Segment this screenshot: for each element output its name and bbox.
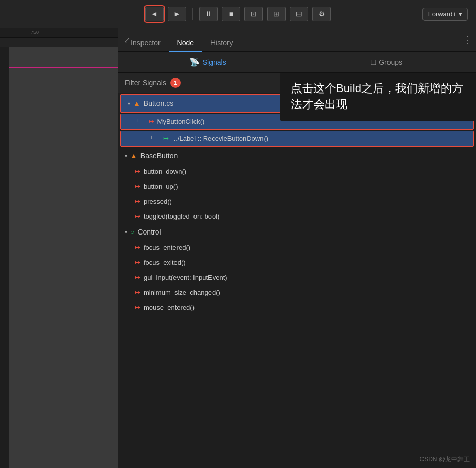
pause-button[interactable]: ⏸ — [199, 7, 218, 21]
tab-menu-icon[interactable]: ⋮ — [463, 34, 472, 45]
tab-node[interactable]: Node — [169, 34, 202, 52]
forward-plus-dropdown-icon: ▾ — [459, 10, 462, 18]
minimum-size-label: minimum_size_changed() — [144, 289, 220, 296]
icon7-button[interactable]: ⚙ — [312, 7, 331, 21]
back-icon: ◄ — [151, 10, 158, 18]
signal-row-mouse-entered[interactable]: ↦ mouse_entered() — [118, 300, 476, 315]
mouse-entered-arrow: ↦ — [135, 303, 140, 311]
icon4-icon: ⊡ — [251, 10, 257, 18]
gui-input-arrow: ↦ — [135, 274, 140, 281]
filter-bar: Filter Signals 1 🔍 点击这个Build之后，我们新增的方法才会… — [118, 73, 476, 93]
button-down-label: button_down() — [144, 168, 186, 175]
control-icon: ○ — [130, 228, 134, 236]
right-panel: ⤢ Inspector Node History ⋮ 📡 Signals □ G… — [118, 28, 476, 468]
canvas-pink-line — [9, 67, 118, 68]
section-header-basebutton[interactable]: ▾ ▲ BaseButton — [118, 148, 476, 164]
signal-row-button-down[interactable]: ↦ button_down() — [118, 164, 476, 179]
subtab-bar: 📡 Signals □ Groups — [118, 52, 476, 73]
button-up-arrow: ↦ — [135, 183, 140, 190]
signal-row-focus-entered[interactable]: ↦ focus_entered() — [118, 240, 476, 255]
tree-indent-2: └─ — [150, 136, 158, 142]
button-up-label: button_up() — [144, 183, 178, 190]
back-button[interactable]: ◄ — [145, 7, 164, 21]
left-panel: 750 — [0, 28, 118, 468]
section-header-control[interactable]: ▾ ○ Control — [118, 224, 476, 240]
groups-icon: □ — [371, 58, 376, 67]
focus-entered-arrow: ↦ — [135, 244, 140, 251]
signals-icon: 📡 — [189, 57, 200, 67]
forward-plus-label: Forward+ — [428, 10, 456, 18]
label-receive-arrow: ↦ — [163, 135, 169, 142]
tab-bar: ⤢ Inspector Node History ⋮ — [118, 28, 476, 52]
toolbar-right: Forward+ ▾ — [422, 8, 468, 21]
signal-row-toggled[interactable]: ↦ toggled(toggled_on: bool) — [118, 209, 476, 224]
subtab-signals[interactable]: 📡 Signals — [118, 53, 297, 71]
watermark: CSDN @龙中舞王 — [419, 455, 470, 464]
forward-icon: ► — [173, 10, 181, 18]
control-label: Control — [137, 228, 161, 236]
focus-exited-arrow: ↦ — [135, 259, 140, 266]
main-layout: 750 ⤢ Inspector Node History ⋮ 📡 Signals… — [0, 28, 476, 468]
toggled-label: toggled(toggled_on: bool) — [144, 212, 219, 220]
control-arrow: ▾ — [125, 229, 127, 235]
button-cs-arrow: ▾ — [128, 101, 130, 106]
signal-row-gui-input[interactable]: ↦ gui_input(event: InputEvent) — [118, 270, 476, 285]
icon4-button[interactable]: ⊡ — [244, 7, 263, 21]
canvas-content — [9, 47, 118, 468]
basebutton-icon: ▲ — [130, 152, 137, 160]
signal-row-pressed[interactable]: ↦ pressed() — [118, 194, 476, 209]
signal-row-minimum-size-changed[interactable]: ↦ minimum_size_changed() — [118, 285, 476, 300]
canvas-ruler-top: 750 — [0, 28, 118, 38]
gui-input-label: gui_input(event: InputEvent) — [144, 274, 227, 281]
tree-indent-1: └─ — [135, 119, 144, 125]
icon7-icon: ⚙ — [319, 10, 325, 18]
label-receive-label: ../Label :: RecevieButtonDown() — [174, 135, 269, 142]
pressed-label: pressed() — [144, 197, 172, 205]
forward-plus-button[interactable]: Forward+ ▾ — [422, 8, 468, 21]
pressed-arrow: ↦ — [135, 197, 140, 205]
button-cs-icon: ▲ — [133, 99, 140, 107]
icon5-icon: ⊞ — [273, 10, 279, 18]
minimum-size-arrow: ↦ — [135, 289, 140, 296]
groups-label: Groups — [379, 58, 402, 66]
button-down-arrow: ↦ — [135, 168, 140, 175]
signal-row-label-receive[interactable]: └─ ↦ ../Label :: RecevieButtonDown() — [120, 131, 474, 147]
pause-icon: ⏸ — [205, 10, 212, 18]
toolbar: ◄ ► ⏸ ■ ⊡ ⊞ ⊟ ⚙ Forward+ ▾ — [0, 0, 476, 28]
basebutton-label: BaseButton — [140, 152, 178, 160]
mybuttonclick-label: MyButtonClick() — [157, 118, 205, 125]
icon5-button[interactable]: ⊞ — [267, 7, 286, 21]
focus-exited-label: focus_exited() — [144, 259, 186, 266]
expand-icon[interactable]: ⤢ — [124, 35, 130, 45]
forward-button[interactable]: ► — [168, 7, 186, 21]
stop-button[interactable]: ■ — [222, 7, 240, 21]
mouse-entered-label: mouse_entered() — [144, 303, 195, 311]
tab-history[interactable]: History — [202, 34, 241, 52]
tooltip-text: 点击这个Build之后，我们新增的方法才会出现 — [291, 82, 463, 111]
stop-icon: ■ — [229, 10, 233, 18]
filter-label: Filter Signals — [125, 79, 166, 87]
focus-entered-label: focus_entered() — [144, 244, 190, 251]
signal-list[interactable]: ▾ ▲ Button.cs └─ ↦ MyButtonClick() └─ ↦ … — [118, 93, 476, 468]
signal-row-focus-exited[interactable]: ↦ focus_exited() — [118, 255, 476, 270]
canvas-ruler-left — [0, 47, 9, 468]
ruler-number: 750 — [31, 30, 39, 35]
signals-label: Signals — [203, 58, 226, 66]
mybuttonclick-arrow: ↦ — [149, 118, 154, 125]
signal-row-button-up[interactable]: ↦ button_up() — [118, 179, 476, 194]
basebutton-arrow: ▾ — [125, 153, 127, 159]
filter-badge: 1 — [170, 78, 181, 88]
icon6-button[interactable]: ⊟ — [290, 7, 308, 21]
toggled-arrow: ↦ — [135, 212, 140, 220]
tooltip-box: 点击这个Build之后，我们新增的方法才会出现 — [280, 73, 476, 121]
icon6-icon: ⊟ — [296, 10, 302, 18]
subtab-groups[interactable]: □ Groups — [297, 53, 477, 71]
separator-1 — [192, 8, 193, 20]
button-cs-label: Button.cs — [144, 99, 173, 107]
toolbar-center: ◄ ► ⏸ ■ ⊡ ⊞ ⊟ ⚙ — [145, 7, 331, 21]
